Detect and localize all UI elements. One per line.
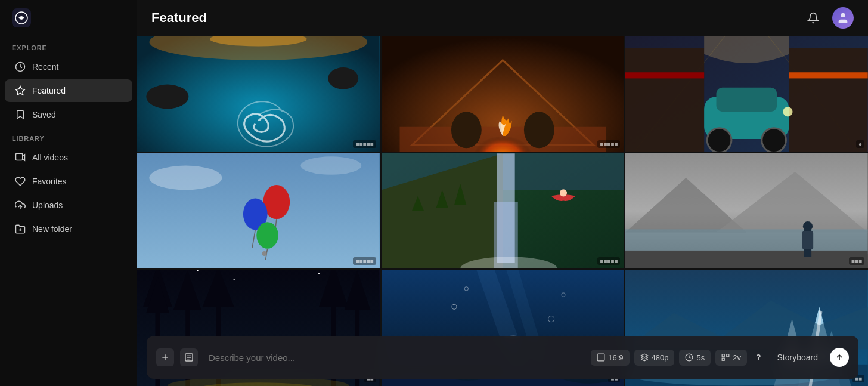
svg-point-59 [803, 221, 813, 231]
svg-rect-106 [722, 358, 724, 360]
bar-controls: 16:9 480p 5s 2v ? [591, 348, 765, 366]
main-content: Featured [137, 0, 868, 386]
text-button[interactable] [180, 348, 198, 366]
sidebar-item-recent[interactable]: Recent [5, 55, 132, 78]
upload-icon [14, 199, 26, 211]
submit-button[interactable] [830, 348, 849, 367]
svg-point-40 [256, 222, 278, 249]
video-duration-6: ■■■ [849, 257, 864, 265]
quality-button[interactable]: 480p [634, 350, 675, 366]
folder-plus-icon [14, 223, 26, 235]
svg-point-32 [783, 107, 793, 116]
svg-point-34 [149, 165, 222, 190]
sidebar-item-label: All videos [32, 153, 68, 162]
svg-point-19 [451, 112, 482, 148]
video-grid: ■■■■■ [137, 36, 868, 386]
app-logo [0, 0, 137, 36]
svg-point-31 [762, 128, 786, 152]
bookmark-icon [14, 109, 26, 121]
video-cell-2[interactable]: ■■■■■ [382, 36, 624, 152]
svg-rect-101 [597, 354, 604, 361]
video-duration-1: ■■■■■ [353, 140, 376, 148]
version-label: 2v [733, 353, 741, 362]
logo-icon [12, 8, 31, 27]
star-icon [14, 85, 26, 97]
svg-marker-102 [641, 354, 648, 357]
video-cell-4[interactable]: ■■■■■ [137, 153, 380, 269]
svg-rect-29 [717, 88, 777, 112]
svg-rect-24 [625, 48, 704, 152]
video-cell-5[interactable]: ■■■■■ [382, 153, 624, 269]
heart-icon [14, 175, 26, 187]
svg-rect-26 [625, 72, 704, 78]
video-icon [14, 152, 26, 163]
sidebar-item-favorites[interactable]: Favorites [5, 170, 132, 193]
avatar[interactable] [832, 7, 854, 29]
video-cell-1[interactable]: ■■■■■ [137, 36, 380, 152]
svg-point-13 [328, 67, 358, 89]
sidebar-item-label: Featured [32, 86, 66, 95]
video-duration-4: ■■■■■ [353, 257, 376, 265]
svg-point-30 [708, 128, 732, 152]
sidebar-item-featured[interactable]: Featured [5, 79, 132, 102]
prompt-input[interactable] [204, 353, 585, 363]
aspect-ratio-label: 16:9 [608, 353, 623, 362]
svg-rect-60 [802, 231, 813, 249]
svg-rect-25 [789, 48, 868, 152]
video-duration-2: ■■■■■ [597, 140, 620, 148]
sidebar-item-label: Uploads [32, 200, 63, 210]
sidebar-item-label: Saved [32, 110, 56, 119]
duration-label: 5s [696, 353, 705, 362]
video-cell-3[interactable]: ● [625, 36, 868, 152]
svg-rect-27 [789, 72, 868, 78]
prompt-bar: 16:9 480p 5s 2v ? [147, 336, 858, 379]
svg-point-52 [560, 189, 567, 196]
video-cell-6[interactable]: ■■■ [625, 153, 868, 269]
sidebar-item-label: New folder [32, 224, 72, 234]
svg-rect-104 [722, 354, 724, 357]
svg-marker-4 [23, 155, 25, 161]
help-button[interactable]: ? [752, 348, 765, 366]
header-actions [802, 7, 854, 29]
duration-button[interactable]: 5s [679, 350, 711, 366]
svg-point-77 [318, 273, 320, 274]
aspect-ratio-button[interactable]: 16:9 [591, 350, 629, 366]
svg-point-20 [524, 112, 554, 148]
sidebar: Explore Recent Featured Saved Library [0, 0, 137, 386]
svg-rect-3 [16, 153, 23, 160]
svg-point-78 [234, 279, 235, 280]
svg-rect-57 [625, 251, 868, 269]
library-section-label: Library [0, 126, 137, 146]
notification-button[interactable] [802, 7, 824, 29]
sidebar-item-label: Recent [32, 62, 58, 72]
svg-point-42 [262, 251, 266, 256]
sidebar-item-saved[interactable]: Saved [5, 103, 132, 126]
svg-rect-56 [625, 229, 868, 254]
svg-marker-2 [16, 87, 25, 95]
storyboard-button[interactable]: Storyboard [771, 349, 824, 366]
svg-point-35 [300, 156, 361, 174]
svg-point-12 [146, 85, 188, 109]
svg-rect-105 [727, 354, 729, 357]
sidebar-item-uploads[interactable]: Uploads [5, 194, 132, 217]
sidebar-item-label: Favorites [32, 177, 67, 186]
explore-section-label: Explore [0, 36, 137, 55]
page-title: Featured [151, 10, 207, 26]
main-header: Featured [137, 0, 868, 36]
video-duration-5: ■■■■■ [597, 257, 620, 265]
sidebar-item-new-folder[interactable]: New folder [5, 218, 132, 240]
quality-label: 480p [652, 353, 669, 362]
sidebar-item-all-videos[interactable]: All videos [5, 146, 132, 169]
video-duration-3: ● [856, 140, 864, 148]
version-button[interactable]: 2v [715, 350, 747, 366]
svg-point-8 [841, 13, 845, 17]
add-button[interactable] [156, 348, 174, 366]
clock-icon [14, 61, 26, 73]
